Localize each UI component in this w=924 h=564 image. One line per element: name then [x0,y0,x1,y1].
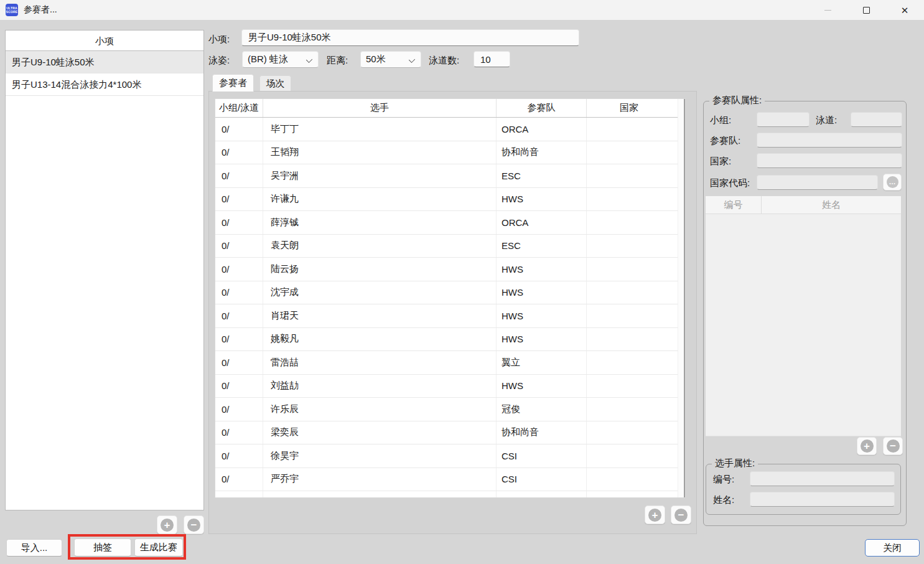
cell-team: ESC [497,164,587,187]
table-row[interactable]: 0/ 许谦九 HWS [215,188,685,212]
close-dialog-button-label: 关闭 [883,542,902,554]
titlebar: ULTRA SCORE 参赛者... ✕ [0,0,924,20]
close-button[interactable]: ✕ [885,0,924,20]
cell-group-lane: 0/ [215,375,263,398]
maximize-icon [863,7,870,14]
table-row[interactable]: 0/ 毕丁丁 ORCA [215,118,685,141]
country-code-label: 国家代码: [710,177,750,189]
cell-group-lane: 0/ [215,398,263,421]
add-event-button[interactable]: + [157,515,177,534]
table-row[interactable]: 0/ 刘益劼 HWS [215,375,685,398]
close-dialog-button[interactable]: 关闭 [865,539,920,557]
cell-country [587,281,671,304]
group-input[interactable] [757,112,810,127]
add-member-button[interactable]: + [857,437,877,455]
maximize-button[interactable] [847,0,885,20]
athlete-name-input[interactable] [750,492,895,507]
cell-team: CSI [497,491,587,498]
participants-table: 小组/泳道 选手 参赛队 国家 0/ 毕丁丁 ORCA 0/ 王韬翔 协和尚音 [215,98,686,498]
sidebar-item-event[interactable]: 男子U13-14混合泳接力4*100米 [6,73,203,96]
cell-country [587,444,671,468]
table-row[interactable]: 0/ 肖珺天 HWS [215,304,685,328]
distance-value: 50米 [366,54,386,65]
table-row[interactable]: 0/ 雷浩喆 翼立 [215,351,685,375]
minimize-button[interactable] [808,0,847,20]
sidebar-item-label: 男子U9-10蛙泳50米 [12,57,95,67]
cell-athlete: 陆云扬 [263,258,497,281]
country-label: 国家: [710,156,731,167]
table-row[interactable]: 0/ 陈昊 CSI [215,491,685,498]
table-row[interactable]: 0/ 吴宇洲 ESC [215,164,685,188]
tab-heats[interactable]: 场次 [259,75,291,92]
cell-country [587,491,671,498]
cell-athlete: 徐昊宇 [263,444,497,468]
generate-race-button[interactable]: 生成比赛 [134,538,183,557]
cell-athlete: 吴宇洲 [263,164,497,187]
sidebar-item-event[interactable]: 男子U9-10蛙泳50米 [6,51,203,73]
cell-country [587,258,671,281]
distance-label: 距离: [327,55,348,67]
cell-athlete: 刘益劼 [263,375,497,398]
remove-member-button[interactable]: − [883,437,903,455]
cell-team: HWS [497,188,587,211]
add-participant-button[interactable]: + [645,505,665,524]
cell-athlete: 许谦九 [263,188,497,211]
cell-group-lane: 0/ [215,468,263,491]
athlete-number-input[interactable] [750,471,895,486]
remove-participant-button[interactable]: − [671,505,691,524]
team-label: 参赛队: [710,135,740,147]
group-label: 小组: [710,115,731,126]
draw-lots-button[interactable]: 抽签 [74,538,131,557]
table-row[interactable]: 0/ 姚毅凡 HWS [215,328,685,352]
stroke-select[interactable]: (BR) 蛙泳 [242,51,319,68]
country-input[interactable] [757,153,902,168]
team-members-list-header: 编号 姓名 [706,196,901,214]
team-members-list[interactable]: 编号 姓名 [706,196,901,436]
event-name-input[interactable]: 男子U9-10蛙泳50米 [241,29,579,46]
cell-group-lane: 0/ [215,304,263,327]
events-list-panel: 小项 男子U9-10蛙泳50米 男子U13-14混合泳接力4*100米 [5,30,204,510]
chevron-down-icon [306,57,312,63]
distance-select[interactable]: 50米 [360,51,421,68]
cell-team: 冠俊 [497,398,587,421]
country-code-input[interactable] [757,175,878,190]
window-title: 参赛者... [24,4,57,16]
athlete-number-label: 编号: [713,474,734,486]
cell-group-lane: 0/ [215,421,263,444]
table-scrollbar[interactable] [678,99,685,497]
lane-count-input[interactable]: 10 [474,51,510,67]
col-header-group-lane: 小组/泳道 [215,99,263,117]
minimize-icon [824,10,831,11]
table-row[interactable]: 0/ 徐昊宇 CSI [215,444,685,468]
cell-country [587,118,671,141]
cell-team: 翼立 [497,351,587,374]
country-code-browse-button[interactable]: … [883,174,902,190]
ellipsis-icon: … [887,176,898,188]
table-row[interactable]: 0/ 陆云扬 HWS [215,258,685,281]
table-row[interactable]: 0/ 薛淳铖 ORCA [215,211,685,235]
cell-athlete: 严乔宇 [263,468,497,491]
team-properties-title: 参赛队属性: [709,95,765,106]
lane-input[interactable] [851,112,902,127]
table-row[interactable]: 0/ 梁奕辰 协和尚音 [215,421,685,445]
cell-athlete: 毕丁丁 [263,118,497,141]
cell-group-lane: 0/ [215,188,263,211]
import-button[interactable]: 导入... [6,539,62,557]
table-row[interactable]: 0/ 许乐辰 冠俊 [215,398,685,421]
cell-team: 协和尚音 [497,421,587,444]
table-row[interactable]: 0/ 王韬翔 协和尚音 [215,141,685,165]
table-row[interactable]: 0/ 严乔宇 CSI [215,468,685,492]
event-name-label: 小项: [208,34,230,45]
table-row[interactable]: 0/ 袁天朗 ESC [215,235,685,258]
team-input[interactable] [757,133,902,148]
athlete-properties-title: 选手属性: [712,458,758,469]
remove-event-button[interactable]: − [184,515,204,534]
events-list-header: 小项 [6,31,203,51]
stroke-value: (BR) 蛙泳 [248,54,288,65]
cell-country [587,188,671,211]
table-row[interactable]: 0/ 沈宇成 HWS [215,281,685,305]
cell-athlete: 梁奕辰 [263,421,497,444]
tab-participants[interactable]: 参赛者 [212,74,254,92]
lane-count-label: 泳道数: [429,55,459,67]
cell-team: ESC [497,235,587,258]
